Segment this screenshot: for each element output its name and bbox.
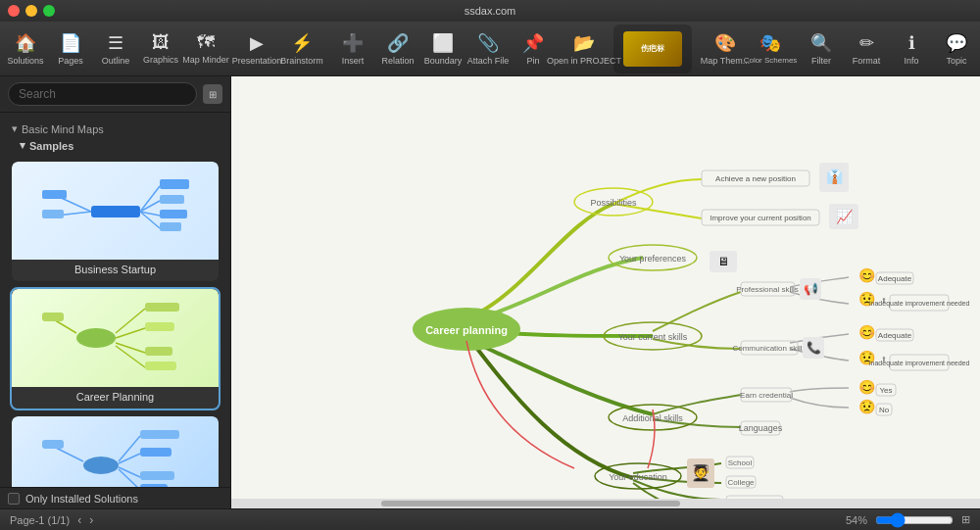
relation-icon: 🔗 [387, 32, 409, 54]
zoom-slider[interactable] [875, 512, 954, 528]
svg-rect-17 [145, 322, 174, 331]
brand-logo: 伤疤标 [613, 24, 692, 73]
horizontal-scrollbar[interactable] [231, 499, 980, 508]
svg-text:Communication skills: Communication skills [732, 344, 806, 353]
attachfile-label: Attach File [467, 56, 510, 66]
card-label-business-startup: Business Startup [12, 260, 219, 281]
filter-icon: 🔍 [810, 32, 832, 54]
toolbar-pages[interactable]: 📄 Pages [49, 24, 92, 73]
colorscheme-icon: 🎭 [760, 32, 781, 54]
boundary-label: Boundary [424, 56, 463, 66]
svg-text:Achieve a new position: Achieve a new position [715, 174, 796, 183]
svg-rect-2 [160, 179, 189, 189]
svg-text:Languages: Languages [739, 423, 783, 433]
pages-icon: 📄 [60, 32, 81, 54]
toolbar-format[interactable]: ✏ Format [845, 24, 888, 73]
graphics-label: Graphics [143, 55, 178, 65]
toolbar-insert[interactable]: ➕ Insert [331, 24, 374, 73]
search-input[interactable] [8, 82, 197, 106]
mind-map-canvas[interactable]: Career planning Possibilities Achieve a … [231, 76, 980, 508]
statusbar-right: 54% ⊞ [846, 512, 970, 528]
svg-text:Inadequate improvement needed: Inadequate improvement needed [869, 360, 970, 367]
toolbar-info[interactable]: ℹ Info [890, 24, 933, 73]
thumb-svg-ch [37, 416, 194, 487]
sidebar-group-basic-mind-maps[interactable]: ▾ Basic Mind Maps [4, 120, 226, 137]
nav-next-button[interactable]: › [89, 513, 93, 527]
toolbar-topic[interactable]: 💬 Topic [935, 24, 978, 73]
svg-line-1 [140, 186, 160, 212]
toolbar-openproject[interactable]: 📂 Open in PROJECT [563, 24, 606, 73]
svg-point-13 [76, 328, 116, 348]
topic-label: Topic [946, 56, 966, 66]
only-installed-checkbox[interactable] [8, 493, 20, 505]
svg-text:👔: 👔 [826, 169, 844, 185]
solutions-label: Solutions [7, 56, 43, 66]
svg-text:😟: 😟 [858, 399, 876, 415]
info-label: Info [904, 56, 918, 66]
svg-text:Improve your current position: Improve your current position [710, 214, 811, 222]
svg-text:Adequate: Adequate [878, 274, 912, 283]
svg-rect-4 [160, 195, 184, 204]
format-label: Format [853, 56, 881, 66]
toolbar-boundary[interactable]: ⬜ Boundary [421, 24, 465, 73]
openproject-label: Open in PROJECT [547, 56, 621, 66]
only-installed-solutions: Only Installed Solutions [0, 487, 230, 508]
pages-label: Pages [58, 56, 83, 66]
maximize-button[interactable] [43, 5, 55, 17]
sidebar-sub-samples[interactable]: ▾ Samples [4, 137, 226, 154]
svg-text:Earn credential: Earn credential [740, 391, 793, 400]
close-button[interactable] [8, 5, 20, 17]
logo-image: 伤疤标 [623, 31, 682, 67]
page-label: Page-1 (1/1) [10, 514, 70, 526]
svg-rect-15 [145, 303, 179, 312]
format-icon: ✏ [859, 32, 874, 54]
presentation-label: Presentation [232, 56, 282, 66]
sidebar-card-career-planning[interactable]: Career Planning [12, 289, 219, 409]
mapminder-icon: 🗺 [197, 32, 215, 53]
fit-icon[interactable]: ⊞ [961, 513, 970, 526]
svg-text:📞: 📞 [807, 340, 821, 355]
toolbar-graphics[interactable]: 🖼 Graphics [139, 24, 182, 73]
maptheme-icon: 🎨 [714, 32, 736, 54]
search-icon-button[interactable]: ⊞ [203, 84, 222, 104]
svg-rect-34 [42, 440, 64, 449]
svg-text:😊: 😊 [858, 267, 876, 284]
card-thumb-career-planning [12, 289, 219, 387]
toolbar-brainstorm[interactable]: ⚡ Brainstorm [280, 24, 323, 73]
svg-text:Your education: Your education [609, 472, 667, 482]
svg-rect-26 [140, 430, 179, 439]
sidebar-card-business-startup[interactable]: Business Startup [12, 162, 219, 281]
nav-prev-button[interactable]: ‹ [77, 513, 81, 527]
chevron-down-icon: ▾ [12, 122, 18, 135]
search-bar: ⊞ [0, 76, 230, 113]
insert-icon: ➕ [342, 32, 364, 54]
svg-text:Adequate: Adequate [878, 331, 912, 340]
minimize-button[interactable] [25, 5, 37, 17]
toolbar-presentation[interactable]: ▶ Presentation [235, 24, 278, 73]
card-thumb-computer-hardware [12, 416, 219, 487]
toolbar-solutions[interactable]: 🏠 Solutions [4, 24, 47, 73]
toolbar-mapminder[interactable]: 🗺 Map Minder [184, 24, 227, 73]
toolbar-attachfile[interactable]: 📎 Attach File [466, 24, 510, 73]
toolbar-colorscheme[interactable]: 🎭 Color Schemes [749, 24, 792, 73]
solutions-icon: 🏠 [15, 32, 36, 54]
toolbar-filter[interactable]: 🔍 Filter [800, 24, 843, 73]
scrollbar-thumb[interactable] [381, 501, 681, 506]
svg-text:Your preferences: Your preferences [619, 254, 687, 264]
svg-rect-12 [42, 210, 64, 218]
statusbar-left: Page-1 (1/1) ‹ › [10, 513, 93, 527]
maptheme-label: Map Them... [701, 56, 750, 66]
card-thumb-business-startup [12, 162, 219, 260]
svg-text:Professional skills: Professional skills [736, 285, 799, 294]
svg-text:🧑‍🎓: 🧑‍🎓 [691, 463, 710, 482]
svg-text:Career planning: Career planning [425, 324, 508, 336]
sidebar-content[interactable]: ▾ Basic Mind Maps ▾ Samples [0, 113, 230, 487]
toolbar-outline[interactable]: ☰ Outline [94, 24, 137, 73]
toolbar-relation[interactable]: 🔗 Relation [376, 24, 419, 73]
toolbar-pin[interactable]: 📌 Pin [512, 24, 555, 73]
thumb-svg-cp [37, 289, 194, 387]
statusbar: Page-1 (1/1) ‹ › 54% ⊞ [0, 508, 980, 530]
outline-label: Outline [102, 56, 130, 66]
toolbar-maptheme[interactable]: 🎨 Map Them... [704, 24, 747, 73]
sidebar-card-computer-hardware[interactable]: Computer Hardware - Reseller Business Pl… [12, 416, 219, 487]
